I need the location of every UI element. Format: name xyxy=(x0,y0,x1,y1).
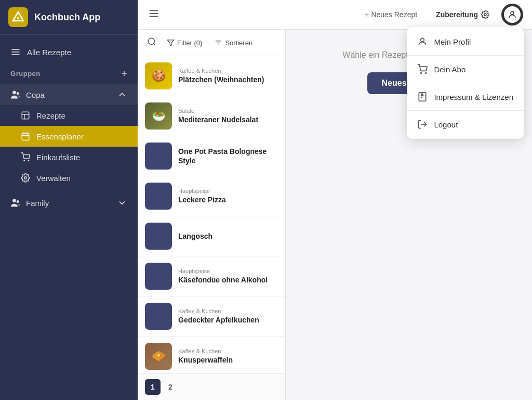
recipe-name: Plätzchen (Weihnachten) xyxy=(178,75,278,84)
main-header: + Neues Rezept Zubereitung xyxy=(138,0,532,30)
rezepte-label: Rezepte xyxy=(36,111,65,120)
zubereitung-button[interactable]: Zubereitung xyxy=(431,7,495,22)
dropdown-item-label: Logout xyxy=(434,120,458,129)
app-logo xyxy=(8,7,28,27)
recipe-list: 🍪 Kaffee & Kuchen Plätzchen (Weihnachten… xyxy=(138,56,285,373)
dropdown-divider xyxy=(407,110,524,111)
cart-icon xyxy=(417,64,428,74)
recipe-name: Käsefondue ohne Alkohol xyxy=(178,275,278,285)
recipe-info: Kaffee & Kuchen Knusperwaffeln xyxy=(178,348,278,365)
settings-icon xyxy=(21,173,30,183)
svg-point-18 xyxy=(17,200,19,203)
dropdown-item-abo[interactable]: Dein Abo xyxy=(407,58,524,81)
filter-button[interactable]: Filter (0) xyxy=(163,36,206,49)
recipe-category: Kaffee & Kuchen xyxy=(178,68,278,74)
profile-dropdown-menu: Mein Profil Dein Abo $ Impressum & Lizen… xyxy=(407,27,524,139)
sidebar-item-einkaufsliste[interactable]: Einkaufsliste xyxy=(0,147,138,167)
sidebar-item-rezepte[interactable]: Rezepte xyxy=(0,105,138,126)
recipe-list-item[interactable]: Hauptspeise Käsefondue ohne Alkohol xyxy=(138,256,285,296)
header-new-recipe-label: + Neues Rezept xyxy=(365,10,417,19)
family-group-label: Family xyxy=(26,199,49,208)
recipe-list-item[interactable]: 🥗 Salate Mediteraner Nudelsalat xyxy=(138,96,285,136)
sort-button[interactable]: Sortieren xyxy=(210,36,257,49)
einkaufsliste-label: Einkaufsliste xyxy=(36,153,80,162)
dropdown-divider xyxy=(407,55,524,56)
recipe-category: Hauptspeise xyxy=(178,268,278,274)
svg-point-6 xyxy=(17,92,19,95)
zubereitung-icon xyxy=(481,10,489,19)
profile-button[interactable] xyxy=(503,5,522,24)
svg-point-31 xyxy=(421,73,422,74)
chevron-down-icon xyxy=(117,198,127,208)
recipe-list-item[interactable]: Hauptspeise Leckere Pizza xyxy=(138,176,285,216)
sidebar-item-verwalten[interactable]: Verwalten xyxy=(0,167,138,188)
recipe-list-item[interactable]: 🧇 Kaffee & Kuchen Knusperwaffeln xyxy=(138,337,285,373)
list-icon xyxy=(10,47,21,57)
app-title: Kochbuch App xyxy=(34,12,100,23)
dropdown-item-label: Mein Profil xyxy=(434,37,471,46)
recipe-category: Hauptspeise xyxy=(178,188,278,194)
sidebar-item-essensplaner[interactable]: Essensplaner xyxy=(0,126,138,147)
search-button[interactable] xyxy=(145,35,158,50)
recipe-info: Hauptspeise Leckere Pizza xyxy=(178,188,278,204)
search-icon xyxy=(147,37,156,46)
svg-marker-0 xyxy=(13,12,23,21)
recipe-list-item[interactable]: One Pot Pasta Bolognese Style xyxy=(138,136,285,176)
recipe-list-item[interactable]: Kaffee & Kuchen Gedeckter Apfelkuchen xyxy=(138,296,285,337)
recipe-info: Salate Mediteraner Nudelsalat xyxy=(178,108,278,124)
dropdown-divider xyxy=(407,83,524,83)
recipe-info: Kaffee & Kuchen Gedeckter Apfelkuchen xyxy=(178,308,278,325)
logout-icon xyxy=(417,119,428,130)
svg-point-24 xyxy=(148,38,154,44)
svg-point-17 xyxy=(12,199,16,203)
recipe-name: Langosch xyxy=(178,231,278,241)
chevron-up-icon xyxy=(117,89,127,100)
page-button[interactable]: 1 xyxy=(145,379,161,395)
recipes-icon xyxy=(21,111,30,120)
svg-point-15 xyxy=(28,160,29,161)
sidebar-group-family[interactable]: Family xyxy=(0,192,138,213)
filter-label: Filter (0) xyxy=(177,39,202,47)
add-group-button[interactable]: + xyxy=(122,68,127,79)
shopping-cart-icon xyxy=(21,152,30,162)
recipe-info: Hauptspeise Käsefondue ohne Alkohol xyxy=(178,268,278,285)
recipe-info: Langosch xyxy=(178,231,278,241)
sidebar-header: Kochbuch App xyxy=(0,0,138,35)
dropdown-item-label: Dein Abo xyxy=(434,65,466,74)
recipe-info: One Pot Pasta Bolognese Style xyxy=(178,147,278,165)
recipe-name: Knusperwaffeln xyxy=(178,355,278,365)
dropdown-item-impressum[interactable]: $ Impressum & Lizenzen xyxy=(407,85,524,108)
dropdown-item-label: Impressum & Lizenzen xyxy=(434,93,513,101)
sidebar-item-alle-rezepte[interactable]: Alle Rezepte xyxy=(0,41,138,63)
recipe-list-item[interactable]: 🍪 Kaffee & Kuchen Plätzchen (Weihnachten… xyxy=(138,56,285,96)
essensplaner-label: Essensplaner xyxy=(36,132,84,141)
dropdown-item-logout[interactable]: Logout xyxy=(407,113,524,136)
recipe-category: Kaffee & Kuchen xyxy=(178,308,278,314)
header-new-recipe-button[interactable]: + Neues Rezept xyxy=(360,7,422,22)
dropdown-item-profil[interactable]: Mein Profil xyxy=(407,30,524,53)
sidebar-navigation: Alle Rezepte Gruppen + Copa Rezepte xyxy=(0,35,138,220)
recipe-name: Gedeckter Apfelkuchen xyxy=(178,315,278,325)
document-dollar-icon: $ xyxy=(417,92,428,102)
groups-label: Gruppen xyxy=(10,70,41,78)
page-button[interactable]: 2 xyxy=(163,379,178,395)
filter-icon xyxy=(167,39,175,47)
svg-point-32 xyxy=(425,73,427,74)
svg-point-23 xyxy=(511,11,514,15)
copa-group-label: Copa xyxy=(26,91,45,99)
verwalten-label: Verwalten xyxy=(36,174,71,183)
recipe-category: Salate xyxy=(178,108,278,114)
recipe-category: Kaffee & Kuchen xyxy=(178,348,278,354)
groups-section-header: Gruppen + xyxy=(0,63,138,84)
person-icon xyxy=(508,10,517,19)
svg-marker-26 xyxy=(167,40,174,45)
recipe-name: One Pot Pasta Bolognese Style xyxy=(178,147,278,165)
menu-icon[interactable] xyxy=(148,8,159,21)
recipe-name: Leckere Pizza xyxy=(178,195,278,204)
svg-point-5 xyxy=(12,91,16,95)
svg-text:$: $ xyxy=(422,93,423,96)
recipe-list-item[interactable]: Langosch xyxy=(138,216,285,256)
group-icon xyxy=(10,89,21,100)
svg-rect-10 xyxy=(22,133,29,140)
sidebar-group-copa[interactable]: Copa xyxy=(0,84,138,105)
